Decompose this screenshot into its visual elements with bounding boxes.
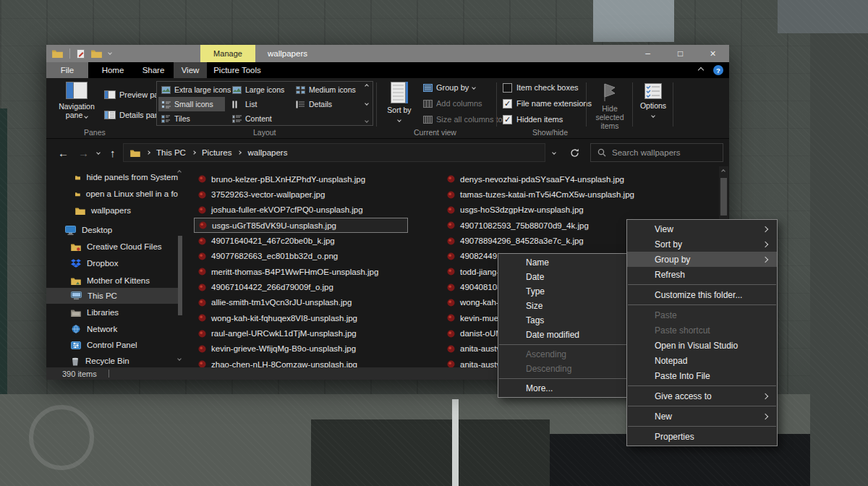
layout-option-medium-icons[interactable]: Medium icons (293, 82, 359, 97)
file-name-extensions-toggle[interactable]: ✓ File name extensions (503, 96, 592, 111)
menu-item-paste-into-file[interactable]: Paste Into File (627, 368, 777, 383)
add-columns-button[interactable]: Add columns (423, 96, 482, 111)
crumb-pictures[interactable]: Pictures (202, 148, 232, 157)
sort-by-button[interactable]: Sort by (382, 82, 417, 134)
sidebar-scrollbar[interactable] (178, 236, 182, 315)
item-check-boxes-toggle[interactable]: Item check boxes (503, 80, 579, 95)
menu-item-group-date[interactable]: Date (498, 270, 631, 284)
size-all-columns-button[interactable]: Size all columns to fit (423, 112, 511, 127)
file-row[interactable]: kevin-grieve-WfijqMg-B9o-unsplash.jpg (194, 341, 408, 357)
breadcrumb[interactable]: This PC Pictures wallpapers (123, 143, 545, 162)
file-row[interactable]: meritt-thomas-B4P1WwFHmOE-unsplash.jpg (194, 264, 408, 279)
gallery-more-icon[interactable] (365, 119, 369, 123)
layout-option-tiles[interactable]: Tiles (158, 111, 193, 126)
recent-locations-chevron-icon[interactable] (97, 139, 100, 166)
maximize-button[interactable]: □ (664, 45, 697, 62)
gallery-scroll-up-icon[interactable] (365, 84, 369, 88)
properties-icon[interactable] (77, 49, 85, 59)
refresh-icon[interactable] (570, 139, 579, 166)
file-row[interactable]: tamas-tuzes-katai-mTv5i4CmX5w-unsplash.j… (443, 187, 681, 202)
file-row[interactable]: 49071640421_467c20be0b_k.jpg (194, 233, 408, 248)
sidebar-item-mother-of-kittens[interactable]: Mother of Kittens (46, 273, 178, 289)
menu-item-customize-folder[interactable]: Customize this folder... (627, 287, 777, 302)
menu-item-group-type[interactable]: Type (498, 284, 631, 299)
menu-item-give-access-to[interactable]: Give access to (627, 388, 777, 404)
sidebar-item-network[interactable]: Network (46, 321, 178, 337)
file-row[interactable]: 37529263-vector-wallpaper.jpg (194, 187, 408, 202)
sidebar-scroll-up-icon[interactable] (177, 170, 182, 174)
file-row[interactable]: zhao-chen-nLH-8Comzaw-unsplash.jpg (194, 357, 408, 367)
sidebar-item-dropbox[interactable]: Dropbox (46, 255, 178, 271)
manage-contextual-tab[interactable]: Manage (200, 45, 255, 62)
file-row[interactable]: 49077682663_ec801bb32d_o.png (194, 249, 408, 264)
gallery-scroll-down-icon[interactable] (365, 101, 369, 106)
file-row[interactable]: usgs-hoS3dzgpHzw-unsplash.jpg (443, 202, 681, 218)
file-row[interactable]: raul-angel-URCwkL1dTjM-unsplash.jpg (194, 325, 408, 341)
forward-icon[interactable]: → (78, 139, 89, 166)
file-row-selected[interactable]: usgs-uGrT85dVK9U-unsplash.jpg (194, 218, 408, 233)
back-icon[interactable]: ← (58, 139, 69, 166)
menu-item-view[interactable]: View (627, 221, 777, 236)
sidebar-item-quick-2[interactable]: open a Linux shell in a fo (46, 186, 178, 202)
menu-item-group-size[interactable]: Size (498, 299, 631, 313)
layout-option-extra-large-icons[interactable]: Extra large icons (158, 82, 234, 97)
hidden-items-toggle[interactable]: ✓ Hidden items (503, 112, 563, 127)
menu-item-open-in-visual-studio[interactable]: Open in Visual Studio (627, 338, 777, 353)
layout-option-list[interactable]: List (229, 97, 260, 111)
menu-item-properties[interactable]: Properties (627, 429, 777, 444)
file-row[interactable]: joshua-fuller-ekVOP7cfPQ0-unsplash.jpg (194, 202, 408, 218)
tab-share[interactable]: Share (135, 62, 172, 78)
search-input[interactable] (612, 148, 706, 157)
tab-file[interactable]: File (46, 62, 88, 78)
sidebar-item-recycle-bin[interactable]: Recycle Bin (46, 353, 178, 367)
layout-option-details[interactable]: Details (293, 97, 335, 111)
menu-item-refresh[interactable]: Refresh (627, 267, 777, 282)
sidebar-scroll-down-icon[interactable] (177, 357, 182, 361)
sidebar-item-quick-1[interactable]: hide panels from System (46, 169, 178, 185)
layout-option-small-icons[interactable]: Small icons (158, 97, 225, 111)
qat-customize-chevron-icon[interactable] (108, 51, 112, 55)
crumb-wallpapers[interactable]: wallpapers (247, 148, 287, 157)
address-dropdown-chevron-icon[interactable] (553, 139, 556, 166)
file-row[interactable]: denys-nevozhai-pdaSYsaaFY4-unsplash.jpg (443, 171, 681, 187)
options-button[interactable]: Options (635, 82, 671, 119)
minimize-button[interactable]: – (631, 45, 664, 62)
file-row[interactable]: 49067104422_266d79009f_o.jpg (194, 279, 408, 294)
tab-picture-tools[interactable]: Picture Tools (210, 62, 265, 78)
help-icon[interactable]: ? (713, 65, 723, 75)
crumb-this-pc[interactable]: This PC (156, 148, 186, 157)
search-box[interactable] (590, 143, 723, 162)
layout-option-large-icons[interactable]: Large icons (229, 82, 287, 97)
details-pane-button[interactable]: Details pane (104, 108, 163, 122)
close-button[interactable]: × (697, 45, 729, 62)
tab-view[interactable]: View (174, 62, 207, 78)
file-row[interactable]: wong-kah-kit-fqhuqex8VI8-unsplash.jpg (194, 310, 408, 325)
sidebar-item-control-panel[interactable]: Control Panel (46, 337, 178, 353)
menu-item-group-date-modified[interactable]: Date modified (498, 328, 631, 342)
menu-item-group-by[interactable]: Group by (627, 252, 777, 267)
menu-item-more[interactable]: More... (498, 381, 631, 396)
scrollbar-thumb[interactable] (720, 178, 727, 216)
new-folder-icon[interactable] (91, 49, 102, 58)
hide-selected-items-button[interactable]: Hide selected items (589, 82, 631, 130)
menu-item-notepad[interactable]: Notepad (627, 353, 777, 368)
sidebar-item-quick-wallpapers[interactable]: wallpapers (46, 202, 178, 218)
sidebar-item-desktop[interactable]: Desktop (46, 222, 178, 238)
menu-item-new[interactable]: New (627, 409, 777, 424)
group-by-button[interactable]: Group by (423, 80, 475, 95)
menu-item-group-tags[interactable]: Tags (498, 313, 631, 328)
menu-item-group-name[interactable]: Name (498, 255, 631, 270)
up-icon[interactable]: ↑ (110, 139, 116, 166)
navigation-pane-button[interactable]: Navigation pane (55, 82, 98, 134)
file-row[interactable]: allie-smith-tm1vQcn3rJU-unsplash.jpg (194, 295, 408, 310)
collapse-ribbon-icon[interactable] (698, 67, 704, 73)
sidebar-item-libraries[interactable]: Libraries (46, 304, 178, 320)
menu-item-sort-by[interactable]: Sort by (627, 236, 777, 252)
sidebar-item-this-pc[interactable]: This PC (46, 288, 178, 304)
tab-home[interactable]: Home (93, 62, 133, 78)
layout-option-content[interactable]: Content (229, 111, 275, 126)
status-divider (109, 370, 109, 378)
file-row[interactable]: bruno-kelzer-pBLXnHZPhdY-unsplash.jpg (194, 171, 408, 187)
scroll-up-icon[interactable] (721, 169, 726, 174)
sidebar-item-creative-cloud-files[interactable]: Creative Cloud Files (46, 239, 178, 255)
